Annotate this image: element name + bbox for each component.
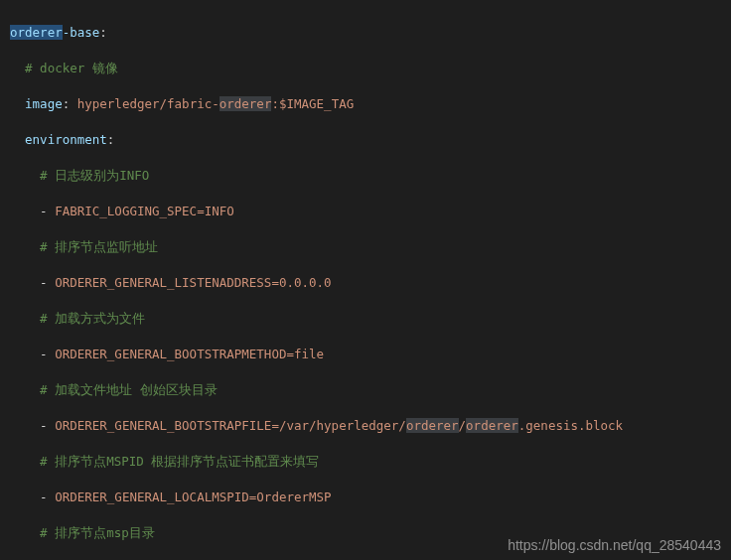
highlighted-text: orderer — [466, 418, 518, 433]
yaml-code-block: orderer-base: # docker 镜像 image: hyperle… — [0, 0, 731, 560]
code-line: # 加载方式为文件 — [10, 310, 721, 328]
code-line: # 排序节点监听地址 — [10, 238, 721, 256]
code-line: # docker 镜像 — [10, 60, 721, 77]
selected-text: orderer — [10, 25, 63, 40]
code-line: image: hyperledger/fabric-orderer:$IMAGE… — [10, 95, 721, 113]
code-line: # 加载文件地址 创始区块目录 — [10, 381, 721, 399]
code-line: - ORDERER_GENERAL_BOOTSTRAPFILE=/var/hyp… — [10, 417, 721, 435]
code-line: - ORDERER_GENERAL_LISTENADDRESS=0.0.0.0 — [10, 274, 721, 292]
code-line: # 排序节点MSPID 根据排序节点证书配置来填写 — [10, 453, 721, 471]
code-line: # 日志级别为INFO — [10, 167, 721, 185]
code-line: environment: — [10, 131, 721, 149]
code-line: - FABRIC_LOGGING_SPEC=INFO — [10, 203, 721, 220]
code-line: - ORDERER_GENERAL_BOOTSTRAPMETHOD=file — [10, 346, 721, 363]
highlighted-text: orderer — [219, 96, 272, 111]
highlighted-text: orderer — [406, 418, 459, 433]
watermark-text: https://blog.csdn.net/qq_28540443 — [508, 536, 721, 554]
code-line: - ORDERER_GENERAL_LOCALMSPID=OrdererMSP — [10, 489, 721, 506]
code-line: orderer-base: — [10, 24, 721, 42]
